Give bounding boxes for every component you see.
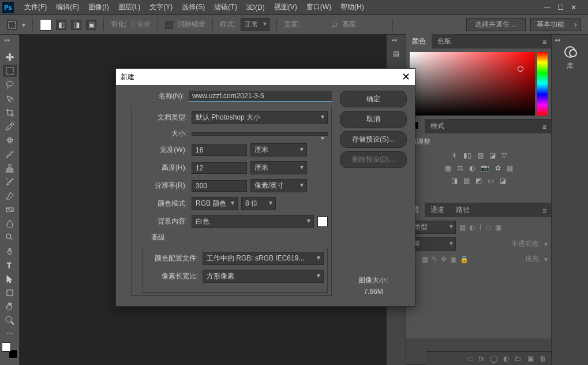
menu-filter[interactable]: 滤镜(T) [209, 2, 241, 12]
lasso-tool[interactable] [3, 79, 17, 91]
path-select-tool[interactable] [3, 273, 17, 285]
menu-view[interactable]: 视图(V) [269, 2, 302, 12]
menu-window[interactable]: 窗口(W) [302, 2, 336, 12]
threshold-icon[interactable]: ◩ [475, 177, 482, 185]
lib-collapse-icon[interactable]: ◂◂ [555, 37, 560, 43]
menu-file[interactable]: 文件(F) [20, 2, 51, 12]
toolbox-collapse-icon[interactable]: ▸▸ [5, 37, 10, 43]
shape-tool[interactable] [3, 286, 17, 299]
window-close-icon[interactable]: ✕ [571, 3, 576, 12]
quick-select-tool[interactable] [3, 92, 17, 105]
move-tool[interactable] [3, 51, 17, 63]
filter-shape-icon[interactable]: ◻ [486, 224, 492, 232]
color-field[interactable] [410, 52, 535, 116]
swap-wh-icon[interactable]: ⇄ [332, 21, 338, 29]
bgcontent-select[interactable]: 白色 [192, 215, 314, 228]
workspace-select[interactable]: 基本功能 [530, 18, 581, 31]
profile-select[interactable]: 工作中的 RGB: sRGB IEC619... [203, 252, 324, 265]
panel-menu-icon[interactable]: ≡ [538, 121, 551, 133]
link-layers-icon[interactable]: ⬭ [467, 355, 473, 363]
lock-pos-icon[interactable]: ✥ [441, 255, 447, 263]
dropdown-icon[interactable]: ▾ [22, 21, 25, 29]
tool-preset-menu[interactable] [7, 20, 17, 30]
posterize-icon[interactable]: ▧ [463, 177, 470, 185]
healing-tool[interactable] [3, 134, 17, 146]
menu-edit[interactable]: 编辑(E) [51, 2, 84, 12]
delete-layer-icon[interactable]: 🗑 [540, 355, 546, 363]
menu-layer[interactable]: 图层(L) [114, 2, 145, 12]
lock-all-icon[interactable]: 🔒 [460, 255, 469, 263]
vibrance-icon[interactable]: ▽ [501, 151, 507, 159]
invert-icon[interactable]: ◨ [451, 177, 458, 185]
fg-bg-swatch[interactable] [2, 342, 18, 359]
height-input[interactable]: 12 [192, 162, 247, 174]
balance-icon[interactable]: ⚖ [457, 164, 463, 172]
layer-kind-select[interactable]: 类型 [410, 221, 456, 234]
marquee-add-icon[interactable]: ◧ [56, 20, 66, 30]
style-select[interactable]: 正常 [241, 18, 269, 31]
eraser-tool[interactable] [3, 189, 17, 202]
tab-color[interactable]: 颜色 [406, 34, 432, 49]
panel-menu-icon[interactable]: ≡ [538, 36, 551, 49]
cancel-button[interactable]: 取消 [340, 111, 407, 128]
menu-3d[interactable]: 3D(D) [242, 3, 269, 12]
curves-icon[interactable]: ▨ [477, 151, 484, 159]
aspect-select[interactable]: 方形像素 [203, 270, 324, 283]
dialog-titlebar[interactable]: 新建 ✕ [116, 69, 415, 85]
bw-icon[interactable]: ◐ [469, 164, 475, 172]
group-icon[interactable]: 🗀 [515, 355, 522, 363]
mask-icon[interactable]: ◯ [490, 355, 497, 363]
filter-pixel-icon[interactable]: ▦ [459, 224, 466, 232]
tab-channels[interactable]: 通道 [425, 203, 450, 217]
gradient-map-icon[interactable]: ▭ [488, 177, 494, 185]
hue-icon[interactable]: ▦ [445, 164, 451, 172]
menu-select[interactable]: 选择(S) [177, 2, 209, 12]
zoom-tool[interactable] [3, 314, 17, 326]
tab-styles[interactable]: 样式 [425, 119, 450, 133]
crop-tool[interactable] [3, 106, 17, 118]
exposure-icon[interactable]: ◪ [489, 151, 496, 159]
panel-menu-icon[interactable]: ≡ [538, 204, 551, 217]
marquee-intersect-icon[interactable]: ▣ [86, 20, 96, 30]
history-panel-icon[interactable]: ▤ [389, 46, 404, 61]
dialog-close-icon[interactable]: ✕ [402, 70, 410, 83]
fg-color-swatch[interactable] [2, 342, 11, 352]
cc-libraries-icon[interactable] [564, 46, 576, 58]
hue-slider[interactable] [537, 52, 548, 116]
brush-tool[interactable] [3, 148, 17, 160]
filter-smart-icon[interactable]: ▣ [495, 224, 501, 232]
type-tool[interactable]: T [3, 259, 17, 271]
marquee-tool[interactable] [3, 65, 17, 77]
menu-help[interactable]: 帮助(H) [336, 2, 369, 12]
fill-dropdown-icon[interactable]: ▾ [544, 255, 548, 263]
dodge-tool[interactable] [3, 231, 17, 243]
color-picker[interactable] [410, 52, 548, 116]
ok-button[interactable]: 确定 [340, 91, 407, 107]
width-unit-select[interactable]: 厘米 [250, 143, 307, 157]
tool-more-icon[interactable]: ⋯ [6, 329, 13, 337]
resolution-unit-select[interactable]: 像素/英寸 [250, 179, 307, 192]
hand-tool[interactable] [3, 300, 17, 312]
fill-layer-icon[interactable]: ◐ [503, 355, 509, 363]
colordepth-select[interactable]: 8 位 [241, 197, 276, 210]
lock-paint-icon[interactable]: ✎ [432, 255, 437, 263]
blur-tool[interactable] [3, 217, 17, 229]
menu-type[interactable]: 文字(Y) [145, 2, 177, 12]
lookup-icon[interactable]: ▥ [507, 164, 513, 172]
window-maximize-icon[interactable]: ☐ [557, 3, 564, 12]
menu-image[interactable]: 图像(I) [84, 2, 113, 12]
marquee-subtract-icon[interactable]: ◨ [71, 20, 81, 30]
new-layer-icon[interactable]: ▣ [527, 355, 534, 363]
blend-mode-select[interactable]: 常 [410, 237, 456, 251]
mixer-icon[interactable]: ✿ [495, 164, 501, 172]
lock-artboard-icon[interactable]: ▣ [450, 255, 456, 263]
stamp-tool[interactable] [3, 162, 17, 174]
height-unit-select[interactable]: 厘米 [250, 161, 307, 174]
name-input[interactable]: www.uzzf.com2021-3-5 [189, 91, 332, 102]
library-label[interactable]: 库 [567, 61, 574, 71]
width-input[interactable]: 16 [192, 144, 247, 156]
tab-paths[interactable]: 路径 [450, 203, 475, 217]
window-minimize-icon[interactable]: — [544, 3, 550, 12]
filter-type-icon[interactable]: T [478, 224, 482, 232]
eyedropper-tool[interactable] [3, 120, 17, 132]
